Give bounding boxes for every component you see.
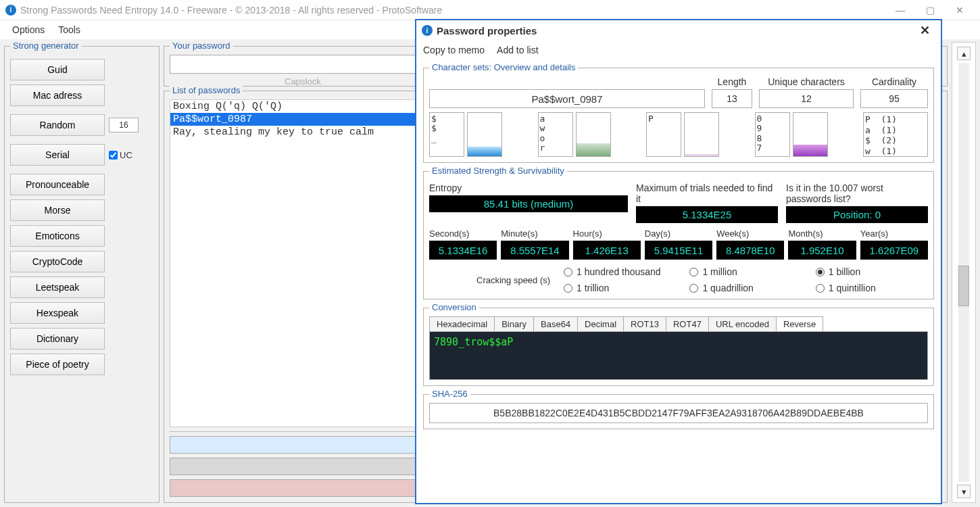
- password-list-legend: List of passwords: [170, 85, 243, 95]
- charset-legend: Character sets: Overview and details: [429, 62, 578, 72]
- window-title: Strong Passwords Need Entropy 14.0 - Fre…: [20, 5, 442, 16]
- conversion-legend: Conversion: [429, 302, 479, 312]
- close-button[interactable]: ✕: [945, 1, 975, 20]
- trials-value: 5.1334E25: [636, 206, 778, 223]
- worst-list-label: Is it in the 10.007 worst passwords list…: [786, 183, 928, 204]
- mac-address-button[interactable]: Mac adress: [10, 84, 105, 106]
- charset-frequency-list: P (1) a (1) $ (2) w (1): [863, 112, 928, 157]
- speed-opt-100k[interactable]: 1 hundred thousand: [564, 266, 676, 277]
- cryptocode-button[interactable]: CryptoCode: [10, 251, 105, 272]
- hexspeak-button[interactable]: Hexspeak: [10, 302, 105, 324]
- unique-chars-label: Unique characters: [759, 76, 854, 87]
- days-value: 5.9415E11: [645, 241, 712, 260]
- cardinality-value: 95: [860, 89, 928, 108]
- minutes-label: Minute(s): [501, 228, 568, 239]
- speed-opt-1t[interactable]: 1 trillion: [564, 283, 676, 293]
- app-icon: i: [5, 5, 16, 16]
- capslock-indicator: Capslock: [285, 76, 320, 87]
- tab-base64[interactable]: Base64: [533, 316, 578, 331]
- tab-reverse[interactable]: Reverse: [776, 316, 823, 331]
- tab-rot47[interactable]: ROT47: [666, 316, 709, 331]
- weeks-value: 8.4878E10: [716, 241, 784, 260]
- speed-opt-1m[interactable]: 1 million: [689, 266, 802, 277]
- tab-hex[interactable]: Hexadecimal: [429, 316, 495, 331]
- menu-options[interactable]: Options: [5, 22, 51, 38]
- emoticons-button[interactable]: Emoticons: [10, 225, 105, 247]
- conversion-panel: Conversion Hexadecimal Binary Base64 Dec…: [423, 308, 934, 386]
- days-label: Day(s): [645, 228, 712, 239]
- conversion-tabs: Hexadecimal Binary Base64 Decimal ROT13 …: [429, 316, 928, 331]
- sha256-value: B5B28BB1822C0E2E4D431B5CBDD2147F79AFF3EA…: [429, 403, 928, 423]
- charset-group-special-chars: $ $ _: [429, 112, 464, 157]
- charset-group-upper-chars: P: [646, 112, 681, 157]
- hours-label: Hour(s): [573, 228, 641, 239]
- guid-button[interactable]: Guid: [10, 59, 105, 80]
- maximize-button[interactable]: ▢: [915, 1, 945, 20]
- conversion-output[interactable]: 7890_trow$$aP: [429, 331, 928, 380]
- charset-group-upper-bar: [684, 112, 719, 157]
- years-value: 1.6267E09: [860, 241, 928, 260]
- uc-label: UC: [120, 150, 132, 160]
- random-length-stepper[interactable]: 16: [109, 118, 139, 132]
- dialog-menubar: Copy to memo Add to list: [416, 41, 941, 59]
- poetry-button[interactable]: Piece of poetry: [10, 354, 105, 375]
- morse-button[interactable]: Morse: [10, 199, 105, 221]
- cracking-speed-label: Cracking speed (s): [476, 275, 550, 285]
- scroll-track[interactable]: [958, 63, 969, 482]
- charset-group-digit-chars: 0 9 8 7: [755, 112, 790, 157]
- scroll-thumb[interactable]: [958, 266, 969, 306]
- speed-opt-1q[interactable]: 1 quadrillion: [689, 283, 802, 293]
- tab-rot13[interactable]: ROT13: [623, 316, 666, 331]
- tab-decimal[interactable]: Decimal: [577, 316, 624, 331]
- cardinality-label: Cardinality: [860, 76, 928, 87]
- unique-chars-value: 12: [759, 89, 854, 108]
- random-button[interactable]: Random: [10, 114, 105, 136]
- sha256-legend: SHA-256: [429, 389, 470, 399]
- strong-generator-panel: Strong generator Guid Mac adress Random …: [4, 46, 160, 503]
- uc-checkbox[interactable]: UC: [109, 150, 132, 160]
- dialog-icon: i: [422, 25, 433, 36]
- trials-label: Maximum of trials needed to find it: [636, 183, 778, 204]
- charset-group-lower-chars: a w o r: [538, 112, 573, 157]
- length-value: 13: [712, 89, 752, 108]
- charset-group-lower-bar: [576, 112, 611, 157]
- seconds-label: Second(s): [429, 228, 497, 239]
- leetspeak-button[interactable]: Leetspeak: [10, 276, 105, 298]
- add-to-list-menu[interactable]: Add to list: [497, 45, 538, 55]
- hours-value: 1.426E13: [573, 241, 641, 260]
- entropy-value: 85.41 bits (medium): [429, 195, 628, 212]
- password-properties-dialog: i Password properties ✕ Copy to memo Add…: [415, 19, 942, 504]
- months-label: Month(s): [788, 228, 856, 239]
- minimize-button[interactable]: —: [885, 1, 915, 20]
- years-label: Year(s): [860, 228, 928, 239]
- strength-panel: Estimated Strength & Survivability Entro…: [423, 171, 934, 299]
- length-label: Length: [712, 76, 752, 87]
- tab-urlencoded[interactable]: URL encoded: [708, 316, 777, 331]
- dialog-title: Password properties: [437, 25, 537, 37]
- serial-button[interactable]: Serial: [10, 144, 105, 166]
- charset-panel: Character sets: Overview and details Pa$…: [423, 68, 934, 163]
- scroll-up-button[interactable]: ▴: [957, 47, 971, 60]
- scroll-down-button[interactable]: ▾: [957, 485, 971, 498]
- charset-group-special-bar: [467, 112, 502, 157]
- sha256-panel: SHA-256 B5B28BB1822C0E2E4D431B5CBDD2147F…: [423, 394, 934, 429]
- side-scrollbar[interactable]: ▴ ▾: [952, 42, 976, 503]
- uc-checkbox-input[interactable]: [109, 151, 118, 160]
- speed-opt-1qn[interactable]: 1 quintillion: [816, 283, 928, 293]
- entropy-label: Entropy: [429, 183, 628, 193]
- speed-opt-1b[interactable]: 1 billion: [816, 266, 928, 277]
- dialog-close-button[interactable]: ✕: [914, 22, 935, 39]
- weeks-label: Week(s): [716, 228, 784, 239]
- charset-password-box: Pa$$wort_0987: [429, 89, 705, 108]
- minutes-value: 8.5557E14: [501, 241, 568, 260]
- pronounceable-button[interactable]: Pronounceable: [10, 174, 105, 195]
- dialog-titlebar: i Password properties ✕: [416, 20, 941, 41]
- copy-to-memo-menu[interactable]: Copy to memo: [423, 45, 485, 55]
- seconds-value: 5.1334E16: [429, 241, 497, 260]
- tab-binary[interactable]: Binary: [494, 316, 534, 331]
- dictionary-button[interactable]: Dictionary: [10, 328, 105, 349]
- strong-generator-legend: Strong generator: [10, 41, 82, 51]
- window-titlebar: i Strong Passwords Need Entropy 14.0 - F…: [0, 0, 980, 20]
- your-password-legend: Your password: [170, 41, 233, 51]
- menu-tools[interactable]: Tools: [51, 22, 87, 38]
